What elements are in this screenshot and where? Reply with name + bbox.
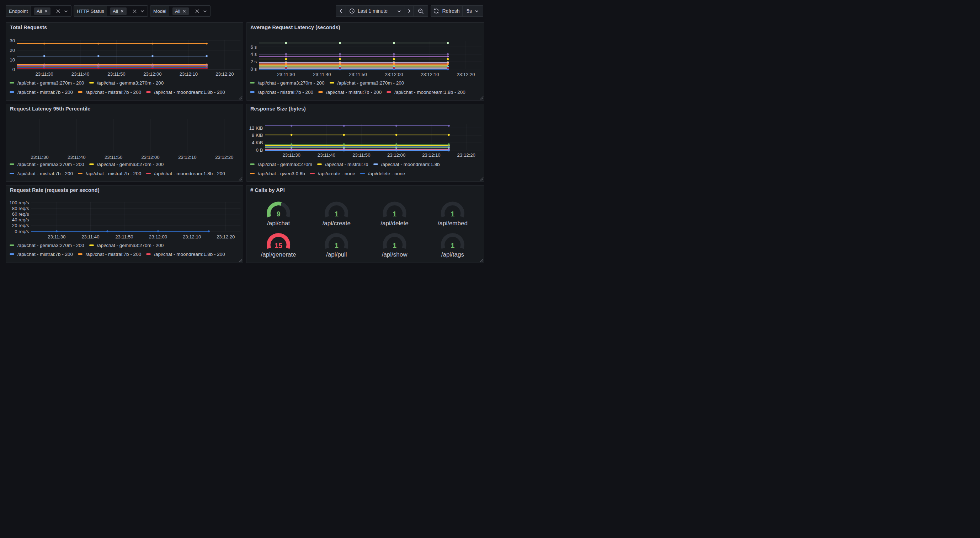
svg-text:23:11:40: 23:11:40 <box>72 71 89 77</box>
svg-text:6 s: 6 s <box>250 44 257 50</box>
svg-text:4 s: 4 s <box>250 52 257 57</box>
svg-text:23:12:10: 23:12:10 <box>421 72 439 77</box>
svg-text:20 req/s: 20 req/s <box>12 223 29 228</box>
svg-text:23:12:20: 23:12:20 <box>457 152 476 158</box>
svg-text:0 s: 0 s <box>250 67 257 72</box>
svg-text:/api/embed: /api/embed <box>438 220 468 227</box>
svg-text:23:11:40: 23:11:40 <box>81 234 99 240</box>
svg-text:23:12:10: 23:12:10 <box>178 155 196 160</box>
svg-text:23:12:10: 23:12:10 <box>183 234 201 240</box>
svg-text:9: 9 <box>277 210 280 218</box>
svg-text:23:12:00: 23:12:00 <box>141 155 159 160</box>
svg-text:23:11:30: 23:11:30 <box>283 152 301 158</box>
svg-text:23:11:50: 23:11:50 <box>352 152 370 158</box>
svg-text:/api/show: /api/show <box>382 251 408 258</box>
svg-text:23:11:50: 23:11:50 <box>115 234 133 240</box>
svg-text:1: 1 <box>450 242 455 249</box>
svg-text:23:11:40: 23:11:40 <box>318 152 335 158</box>
svg-text:/api/generate: /api/generate <box>261 251 296 258</box>
svg-text:60 req/s: 60 req/s <box>12 211 29 217</box>
svg-text:23:12:00: 23:12:00 <box>387 152 406 158</box>
svg-text:1: 1 <box>450 210 455 218</box>
svg-text:23:12:00: 23:12:00 <box>143 71 161 77</box>
svg-text:1: 1 <box>393 210 396 218</box>
svg-text:2 s: 2 s <box>250 59 257 64</box>
svg-text:/api/create: /api/create <box>323 220 351 227</box>
svg-text:0 req/s: 0 req/s <box>14 229 29 234</box>
svg-text:30: 30 <box>10 38 15 43</box>
svg-text:23:11:30: 23:11:30 <box>48 234 65 240</box>
svg-text:23:12:00: 23:12:00 <box>385 72 403 77</box>
svg-text:40 req/s: 40 req/s <box>12 217 29 222</box>
svg-text:15: 15 <box>275 242 282 249</box>
svg-text:23:11:40: 23:11:40 <box>313 72 331 77</box>
svg-text:23:12:10: 23:12:10 <box>422 152 440 158</box>
svg-text:100 req/s: 100 req/s <box>10 200 29 205</box>
svg-text:23:12:20: 23:12:20 <box>215 71 234 77</box>
svg-text:/api/tags: /api/tags <box>441 251 464 258</box>
svg-text:23:11:30: 23:11:30 <box>35 71 53 77</box>
svg-text:0: 0 <box>13 67 15 72</box>
svg-text:23:11:50: 23:11:50 <box>349 72 367 77</box>
svg-text:1: 1 <box>335 242 339 249</box>
svg-text:1: 1 <box>393 242 396 249</box>
svg-text:23:11:50: 23:11:50 <box>105 155 123 160</box>
svg-text:10: 10 <box>10 57 15 62</box>
svg-text:23:11:50: 23:11:50 <box>107 71 125 77</box>
svg-text:8 KiB: 8 KiB <box>252 133 263 138</box>
svg-text:23:11:30: 23:11:30 <box>277 72 295 77</box>
svg-text:1: 1 <box>335 210 339 218</box>
svg-text:0 B: 0 B <box>256 148 263 153</box>
svg-text:4 KiB: 4 KiB <box>252 140 263 145</box>
svg-text:23:12:20: 23:12:20 <box>216 234 235 240</box>
svg-text:20: 20 <box>10 48 15 53</box>
svg-text:23:11:40: 23:11:40 <box>68 155 85 160</box>
svg-text:23:12:10: 23:12:10 <box>180 71 198 77</box>
svg-text:12 KiB: 12 KiB <box>249 125 263 131</box>
svg-text:23:12:20: 23:12:20 <box>215 155 233 160</box>
svg-text:/api/pull: /api/pull <box>326 251 347 258</box>
svg-text:/api/delete: /api/delete <box>380 220 408 227</box>
svg-text:80 req/s: 80 req/s <box>12 206 29 211</box>
svg-text:23:12:20: 23:12:20 <box>457 72 475 77</box>
svg-text:23:12:00: 23:12:00 <box>149 234 167 240</box>
svg-text:/api/chat: /api/chat <box>267 220 290 227</box>
svg-text:23:11:30: 23:11:30 <box>30 155 48 160</box>
